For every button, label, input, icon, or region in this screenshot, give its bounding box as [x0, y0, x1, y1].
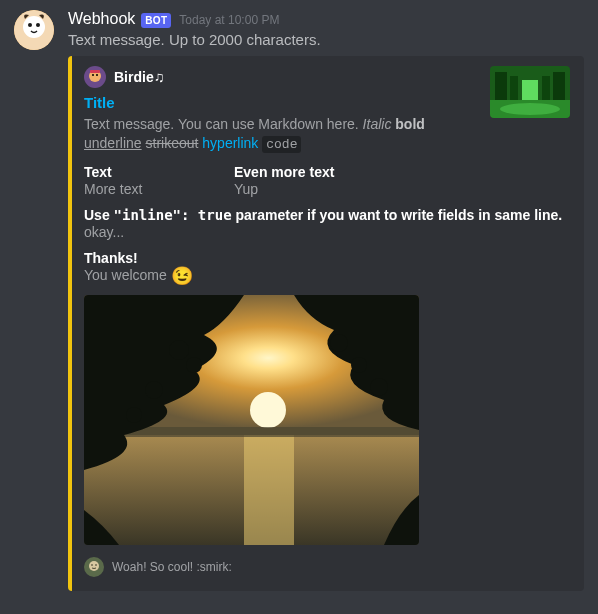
svg-point-3: [36, 23, 40, 27]
svg-point-6: [92, 74, 94, 76]
svg-point-19: [250, 392, 286, 428]
embed-image[interactable]: [84, 295, 419, 545]
svg-point-24: [145, 381, 163, 399]
svg-rect-11: [495, 72, 507, 100]
svg-point-30: [89, 561, 99, 571]
svg-point-2: [28, 23, 32, 27]
desc-italic: Italic: [363, 116, 392, 132]
svg-point-16: [500, 103, 560, 115]
desc-bold: bold: [395, 116, 425, 132]
svg-rect-13: [510, 76, 518, 100]
text: You welcome: [84, 267, 171, 283]
embed-description: Text message. You can use Markdown here.…: [84, 115, 476, 153]
footer-icon: [84, 557, 104, 577]
embed-title[interactable]: Title: [84, 94, 476, 111]
embed: Birdie♫ Title Text message. You can use …: [68, 56, 584, 590]
wink-emoji: 😉: [171, 267, 193, 285]
embed-field: Thanks! You welcome 😉: [84, 250, 570, 285]
embed-field: Even more text Yup: [234, 164, 354, 197]
desc-underline: underline: [84, 135, 142, 151]
desc-strike: strikeout: [146, 135, 199, 151]
text: parameter if you want to write fields in…: [232, 207, 563, 223]
svg-point-26: [330, 334, 348, 352]
embed-field: Text More text: [84, 164, 204, 197]
svg-point-23: [186, 357, 202, 373]
author-name[interactable]: Webhook: [68, 10, 135, 28]
embed-footer: Woah! So cool! :smirk:: [84, 557, 570, 577]
message: Webhook BOT Today at 10:00 PM Text messa…: [14, 10, 584, 591]
message-text: Text message. Up to 2000 characters.: [68, 30, 584, 50]
svg-rect-14: [542, 76, 550, 100]
svg-rect-20: [244, 435, 294, 545]
svg-point-7: [96, 74, 98, 76]
field-value: Yup: [234, 181, 354, 197]
message-content: Webhook BOT Today at 10:00 PM Text messa…: [68, 10, 584, 591]
embed-author-icon: [84, 66, 106, 88]
embed-author[interactable]: Birdie♫: [84, 66, 476, 88]
svg-point-22: [169, 340, 189, 360]
desc-hyperlink[interactable]: hyperlink: [202, 135, 258, 151]
embed-thumbnail[interactable]: [490, 66, 570, 118]
svg-point-31: [91, 564, 93, 566]
bot-tag: BOT: [141, 13, 171, 28]
field-value: More text: [84, 181, 204, 197]
svg-point-32: [95, 564, 97, 566]
svg-point-27: [351, 357, 367, 373]
text: Use: [84, 207, 114, 223]
embed-author-name: Birdie♫: [114, 69, 164, 85]
field-name: Use "inline": true parameter if you want…: [84, 207, 570, 223]
desc-text: Text message. You can use Markdown here.: [84, 116, 363, 132]
svg-point-25: [126, 407, 142, 423]
svg-rect-15: [522, 80, 538, 100]
svg-rect-12: [553, 72, 565, 100]
svg-point-1: [23, 16, 45, 38]
svg-rect-8: [90, 70, 100, 73]
message-header: Webhook BOT Today at 10:00 PM: [68, 10, 584, 28]
svg-point-28: [370, 378, 388, 396]
avatar[interactable]: [14, 10, 54, 50]
footer-text: Woah! So cool! :smirk:: [112, 560, 232, 574]
field-value: okay...: [84, 224, 570, 240]
timestamp: Today at 10:00 PM: [179, 13, 279, 27]
field-name: Text: [84, 164, 204, 180]
field-value: You welcome 😉: [84, 267, 570, 285]
embed-fields-inline: Text More text Even more text Yup: [84, 164, 570, 197]
field-name: Thanks!: [84, 250, 570, 266]
desc-code: code: [262, 136, 301, 153]
inline-code: "inline": true: [114, 207, 232, 223]
field-name: Even more text: [234, 164, 354, 180]
embed-field: Use "inline": true parameter if you want…: [84, 207, 570, 240]
